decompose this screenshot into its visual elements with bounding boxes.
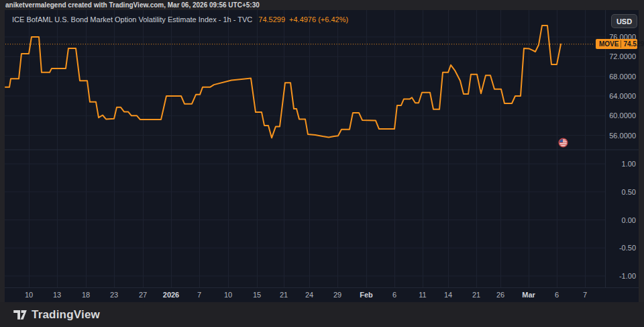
time-tick-label: 27 — [139, 291, 147, 299]
time-tick-label: 10 — [224, 291, 232, 299]
price-tick-label: 56.0000 — [609, 132, 636, 140]
time-tick-label: 26 — [496, 291, 504, 299]
last-price-value: 74.5299 — [621, 40, 644, 48]
time-tick-label: 21 — [280, 291, 288, 299]
time-tick-label: Feb — [360, 291, 373, 299]
chart-canvas[interactable] — [5, 10, 639, 302]
time-tick-label: 21 — [472, 291, 480, 299]
chart-legend: ICE BofAML U.S. Bond Market Option Volat… — [12, 15, 348, 24]
time-tick-label: 13 — [53, 291, 61, 299]
time-tick-label: 7 — [197, 291, 201, 299]
last-price-label: MOVE 74.5299 — [596, 39, 637, 49]
attribution-text: aniketvermalegend created with TradingVi… — [5, 1, 260, 9]
price-tick-label: -1.00 — [619, 272, 636, 280]
price-tick-label: 72.0000 — [609, 52, 636, 60]
time-tick-label: 7 — [583, 291, 587, 299]
tradingview-brand[interactable]: TradingView — [32, 308, 100, 322]
us-flag-icon — [558, 138, 568, 148]
time-tick-label: 11 — [419, 291, 426, 299]
price-tick-label: 0.00 — [622, 216, 636, 224]
footer: TradingView — [0, 302, 644, 327]
price-axis[interactable]: MOVE 74.5299 76.000072.000068.000064.000… — [605, 10, 639, 288]
price-tick-label: 1.00 — [622, 160, 636, 168]
legend-change: +4.4976 (+6.42%) — [289, 15, 348, 24]
price-tick-label: 0.50 — [622, 188, 636, 196]
legend-price: 74.5299 — [258, 15, 285, 24]
instrument-title: ICE BofAML U.S. Bond Market Option Volat… — [12, 15, 252, 24]
tradingview-widget: aniketvermalegend created with TradingVi… — [0, 0, 644, 327]
time-tick-label: 6 — [392, 291, 396, 299]
time-tick-label: 18 — [82, 291, 90, 299]
price-tick-label: -0.50 — [619, 244, 636, 252]
time-tick-label: 2026 — [163, 291, 179, 299]
time-tick-label: 24 — [305, 291, 313, 299]
time-axis[interactable]: 1013182327202671015212429Feb611142126Mar… — [5, 287, 639, 302]
time-tick-label: 10 — [25, 291, 33, 299]
time-tick-label: 29 — [333, 291, 341, 299]
attribution-bar: aniketvermalegend created with TradingVi… — [0, 0, 644, 10]
price-tick-label: 64.0000 — [609, 92, 636, 100]
symbol-name: MOVE — [596, 40, 621, 48]
chart-panel[interactable]: ICE BofAML U.S. Bond Market Option Volat… — [5, 10, 639, 302]
time-tick-label: 23 — [110, 291, 118, 299]
time-tick-label: 14 — [444, 291, 452, 299]
time-tick-label: Mar — [522, 291, 535, 299]
tradingview-logo-icon[interactable] — [13, 310, 27, 320]
price-tick-label: 60.0000 — [609, 111, 636, 120]
time-tick-label: 15 — [253, 291, 261, 299]
time-tick-label: 6 — [555, 291, 559, 299]
currency-button[interactable]: USD — [611, 14, 637, 28]
price-tick-label: 68.0000 — [609, 73, 636, 81]
